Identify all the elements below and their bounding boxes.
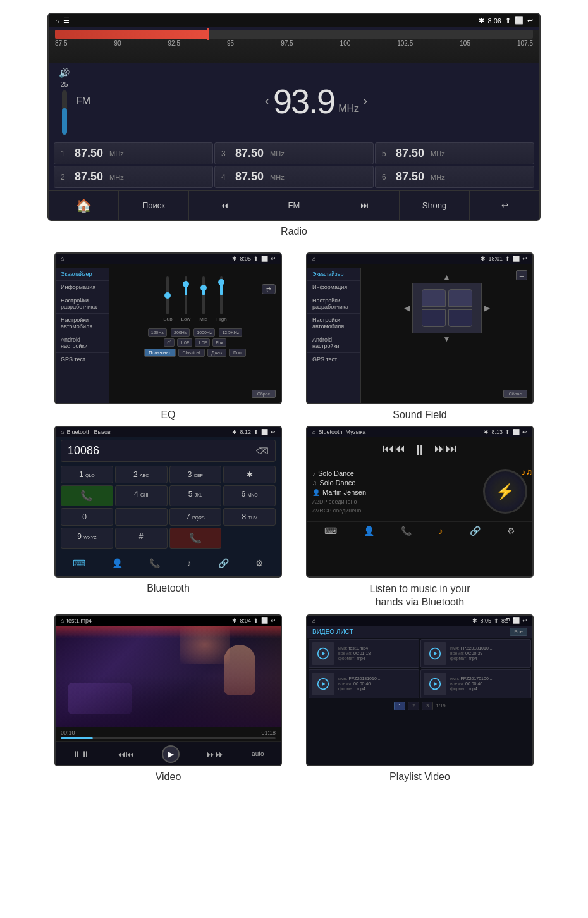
vid-play-button[interactable]: ▶ — [162, 745, 180, 763]
sf-menu-equalizer[interactable]: Эквалайзер — [307, 268, 360, 281]
radio-prev-button[interactable]: ⏮ — [189, 191, 259, 220]
bt-call-expand: ⬆ — [254, 429, 259, 435]
eq-freq-1000[interactable]: 1000Hz — [193, 328, 215, 337]
bt-key-star[interactable]: ✱ — [223, 466, 276, 483]
sf-reset-button[interactable]: Сброс — [503, 390, 527, 398]
bt-music-pause-button[interactable]: ⏸ — [413, 442, 427, 459]
sf-menu-android[interactable]: Android настройки — [307, 333, 360, 353]
radio-next-button[interactable]: ⏭ — [329, 191, 400, 220]
bt-key-hash[interactable]: # — [115, 528, 168, 549]
bt-music-nav-calls-icon[interactable]: 📞 — [401, 526, 412, 536]
bt-nav-contacts-icon[interactable]: 👤 — [112, 558, 123, 568]
pl-item-4[interactable]: имя: FPZ20170100... время: 00:00:40 форм… — [420, 669, 531, 698]
sf-menu-info[interactable]: Информация — [307, 281, 360, 294]
eq-content: ⇄ Sub Low — [109, 268, 281, 403]
radio-home-button[interactable]: 🏠 — [49, 191, 119, 220]
radio-fm-button[interactable]: FM — [259, 191, 329, 220]
eq-reset-button[interactable]: Сброс — [252, 390, 276, 398]
preset-1[interactable]: 1 87.50 MHz — [54, 142, 213, 164]
preset-3[interactable]: 3 87.50 MHz — [214, 142, 374, 164]
eq-menu-android[interactable]: Android настройки — [56, 333, 109, 353]
sf-menu-gps[interactable]: GPS тест — [307, 353, 360, 366]
sf-left-arrow[interactable]: ◀ — [404, 304, 410, 313]
vid-auto-button[interactable]: auto — [252, 750, 264, 757]
bt-key-5[interactable]: 5 JKL — [169, 485, 222, 506]
eq-preset-custom[interactable]: Пользоват. — [144, 349, 175, 357]
freq-prev-arrow[interactable]: ‹ — [265, 93, 269, 109]
vid-prev-button[interactable]: ⏮⏮ — [117, 749, 135, 759]
bt-key-8[interactable]: 8 TUV — [223, 508, 276, 526]
sf-down-arrow[interactable]: ▼ — [443, 335, 451, 344]
radio-status-bar: ⌂ ☰ ✱ 8:06 ⬆ ⬜ ↩ — [49, 14, 539, 27]
sf-right-arrow[interactable]: ▶ — [484, 304, 490, 313]
eq-preset-classical[interactable]: Classical — [178, 349, 205, 357]
eq-freq-200[interactable]: 200Hz — [171, 328, 190, 337]
bt-music-nav-link-icon[interactable]: 🔗 — [470, 526, 481, 536]
bt-music-info: ♪ Solo Dance ♫ Solo Dance 👤 Martin Jense… — [307, 464, 532, 519]
bt-key-1[interactable]: 1 QLO — [61, 466, 113, 483]
bt-key-4[interactable]: 4 GHI — [115, 485, 168, 506]
bt-music-nav-contacts-icon[interactable]: 👤 — [364, 526, 374, 536]
bt-key-2[interactable]: 2 ABC — [115, 466, 168, 483]
bt-music-nav-music-icon[interactable]: ♪ — [439, 526, 443, 536]
eq-menu-car-settings[interactable]: Настройки автомобиля — [56, 314, 109, 333]
bt-backspace-icon[interactable]: ⌫ — [256, 446, 269, 456]
eq-val-0[interactable]: 0° — [164, 338, 175, 347]
bt-nav-settings-icon[interactable]: ⚙ — [255, 558, 264, 568]
radio-search-button[interactable]: Поиск — [119, 191, 189, 220]
bt-music-nav-settings-icon[interactable]: ⚙ — [507, 526, 515, 536]
eq-menu-gps[interactable]: GPS тест — [56, 353, 109, 366]
volume-bar[interactable] — [62, 90, 67, 135]
bt-key-6[interactable]: 6 MNO — [223, 485, 276, 506]
bt-nav-music-icon[interactable]: ♪ — [187, 558, 192, 568]
eq-preset-jazz[interactable]: Джаз — [207, 349, 226, 357]
eq-freq-120[interactable]: 120Hz — [148, 328, 167, 337]
pl-page-3[interactable]: 3 — [422, 702, 433, 710]
bt-nav-keypad-icon[interactable]: ⌨ — [73, 558, 85, 568]
eq-val-1f-1[interactable]: 1.0F — [177, 338, 192, 347]
preset-2[interactable]: 2 87.50 MHz — [54, 166, 213, 188]
radio-back-button[interactable]: ↩ — [470, 191, 539, 220]
sf-menu-car-settings[interactable]: Настройки автомобиля — [307, 314, 360, 333]
pl-page-2[interactable]: 2 — [408, 702, 419, 710]
pl-item-2[interactable]: имя: FPZ20181010... время: 00:00:39 форм… — [420, 639, 531, 668]
bt-key-7[interactable]: 7 PQRS — [169, 508, 222, 526]
sf-menu-dev-settings[interactable]: Настройки разработчика — [307, 294, 360, 314]
pl-page-1[interactable]: 1 — [394, 702, 405, 710]
freq-next-arrow[interactable]: › — [363, 93, 367, 109]
bt-music-nav-keypad-icon[interactable]: ⌨ — [324, 526, 337, 536]
bt-music-prev-button[interactable]: ⏮⏮ — [383, 442, 405, 459]
sf-up-arrow[interactable]: ▲ — [443, 273, 451, 282]
bt-key-0plus[interactable]: 0 + — [61, 508, 113, 526]
bt-nav-calls-icon[interactable]: 📞 — [149, 558, 160, 568]
preset-5[interactable]: 5 87.50 MHz — [375, 142, 534, 164]
eq-val-1f-2[interactable]: 1.0F — [195, 338, 210, 347]
eq-menu-equalizer[interactable]: Эквалайзер — [56, 268, 109, 281]
eq-menu-info[interactable]: Информация — [56, 281, 109, 294]
eq-preset-pop[interactable]: Поп — [229, 349, 246, 357]
sf-eq-icon-button[interactable]: ⚌ — [516, 270, 527, 280]
preset-6[interactable]: 6 87.50 MHz — [375, 166, 534, 188]
eq-freq-12k[interactable]: 12.5KHz — [219, 328, 242, 337]
bt-key-call[interactable]: 📞 — [61, 485, 113, 506]
bt-key-end[interactable]: 📞 — [169, 528, 222, 549]
bt-nav-link-icon[interactable]: 🔗 — [218, 558, 229, 568]
preset-4[interactable]: 4 87.50 MHz — [214, 166, 374, 188]
bt-music-next-button[interactable]: ⏭⏭ — [434, 442, 457, 459]
radio-strong-button[interactable]: Strong — [400, 191, 470, 220]
vid-window: ⬜ — [261, 617, 268, 624]
vid-progress-bar[interactable] — [61, 737, 276, 739]
eq-menu-dev-settings[interactable]: Настройки разработчика — [56, 294, 109, 314]
sf-expand-icon: ⬆ — [505, 256, 510, 262]
vid-menu-button[interactable]: ⏸⏸ — [72, 749, 90, 759]
bt-key-3[interactable]: 3 DEF — [169, 466, 222, 483]
freq-slider-track[interactable] — [55, 30, 533, 39]
pl-filter-button[interactable]: Все — [510, 628, 527, 636]
eq-val-rok[interactable]: Рок — [212, 338, 226, 347]
bt-music-disc: ⚡ — [483, 469, 527, 514]
eq-top-button[interactable]: ⇄ — [262, 284, 276, 294]
pl-item-1[interactable]: имя: test1.mp4 время: 00:01:18 формат: m… — [309, 639, 419, 668]
pl-item-3[interactable]: имя: FPZ20181010... время: 00:00:40 форм… — [309, 669, 419, 698]
bt-key-9[interactable]: 9 WXYZ — [61, 528, 113, 549]
vid-next-button[interactable]: ⏭⏭ — [207, 749, 224, 759]
